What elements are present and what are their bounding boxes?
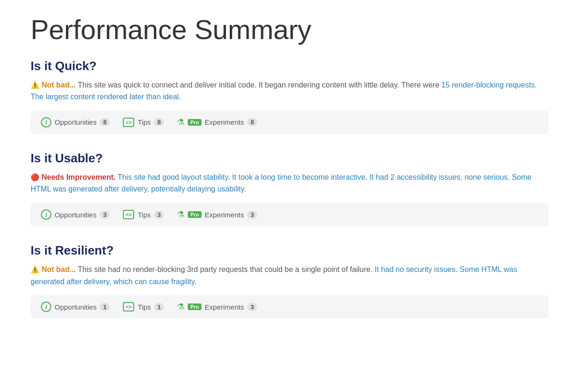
body-link[interactable]: It had 2 accessibility issues, none seri… — [370, 173, 507, 181]
tag-count: 8 — [100, 118, 110, 126]
tag-item-tips[interactable]: <>Tips3 — [123, 210, 164, 219]
tag-label: Experiments — [205, 303, 244, 311]
tag-count: 1 — [154, 303, 164, 311]
tag-count: 1 — [100, 303, 110, 311]
tag-label: Experiments — [205, 118, 244, 126]
tag-item-experiments[interactable]: ⚗ProExperiments8 — [177, 117, 257, 128]
tag-item-opportunities[interactable]: iOpportunities1 — [41, 302, 110, 312]
section-body-resilient: ⚠️ Not bad... This site had no render-bl… — [31, 263, 548, 287]
body-link[interactable]: 15 render-blocking requests — [442, 81, 535, 89]
tag-bar-resilient: iOpportunities1<>Tips1⚗ProExperiments3 — [31, 295, 548, 319]
section-body-usable: 🔴 Needs Improvement. This site had good … — [31, 171, 548, 195]
tag-label: Opportunities — [55, 303, 97, 311]
opportunities-icon: i — [41, 117, 51, 128]
experiments-icon: ⚗ — [177, 302, 185, 312]
tag-item-experiments[interactable]: ⚗ProExperiments3 — [177, 209, 257, 220]
body-link[interactable]: The largest content rendered later than … — [31, 93, 179, 101]
tag-item-opportunities[interactable]: iOpportunities3 — [41, 209, 110, 220]
tag-label: Tips — [137, 211, 151, 219]
body-link[interactable]: It had no security issues — [375, 265, 456, 273]
tag-count: 3 — [247, 303, 257, 311]
pro-badge: Pro — [188, 211, 201, 218]
experiments-icon: ⚗ — [177, 117, 185, 128]
section-quick: Is it Quick?⚠️ Not bad... This site was … — [31, 59, 557, 134]
tag-count: 8 — [247, 118, 257, 126]
tag-count: 3 — [100, 211, 110, 219]
body-link[interactable]: It took a long time to become interactiv… — [232, 173, 365, 181]
tag-bar-quick: iOpportunities8<>Tips8⚗ProExperiments8 — [31, 111, 548, 134]
tag-count: 8 — [154, 118, 164, 126]
body-link[interactable]: This site had good layout stability — [118, 173, 228, 181]
tag-bar-usable: iOpportunities3<>Tips3⚗ProExperiments3 — [31, 203, 548, 226]
section-usable: Is it Usable?🔴 Needs Improvement. This s… — [31, 151, 557, 226]
pro-badge: Pro — [188, 119, 201, 126]
tag-item-tips[interactable]: <>Tips1 — [123, 302, 164, 311]
section-heading-quick: Is it Quick? — [31, 59, 557, 73]
error-circle-icon: 🔴 — [31, 173, 41, 181]
status-label-quick: Not bad... — [41, 81, 76, 89]
tag-count: 3 — [247, 211, 257, 219]
tips-icon: <> — [123, 118, 134, 127]
tag-item-tips[interactable]: <>Tips8 — [123, 118, 164, 127]
tips-icon: <> — [123, 302, 134, 311]
pro-badge: Pro — [188, 303, 201, 310]
opportunities-icon: i — [41, 209, 51, 220]
tips-icon: <> — [123, 210, 134, 219]
section-body-quick: ⚠️ Not bad... This site was quick to con… — [31, 79, 548, 103]
opportunities-icon: i — [41, 302, 51, 312]
tag-item-experiments[interactable]: ⚗ProExperiments3 — [177, 302, 257, 312]
section-resilient: Is it Resilient?⚠️ Not bad... This site … — [31, 243, 557, 319]
tag-item-opportunities[interactable]: iOpportunities8 — [41, 117, 110, 128]
status-label-usable: Needs Improvement. — [41, 173, 115, 181]
section-heading-usable: Is it Usable? — [31, 151, 557, 166]
tag-label: Experiments — [205, 211, 244, 219]
experiments-icon: ⚗ — [177, 209, 185, 220]
section-heading-resilient: Is it Resilient? — [31, 243, 557, 258]
tag-label: Opportunities — [55, 118, 97, 126]
tag-count: 3 — [154, 211, 164, 219]
status-label-resilient: Not bad... — [41, 265, 76, 273]
tag-label: Opportunities — [55, 211, 97, 219]
tag-label: Tips — [137, 303, 151, 311]
warning-triangle-icon: ⚠️ — [31, 81, 41, 89]
warning-triangle-icon: ⚠️ — [31, 265, 41, 273]
tag-label: Tips — [137, 118, 151, 126]
page-title: Performance Summary — [31, 14, 557, 46]
